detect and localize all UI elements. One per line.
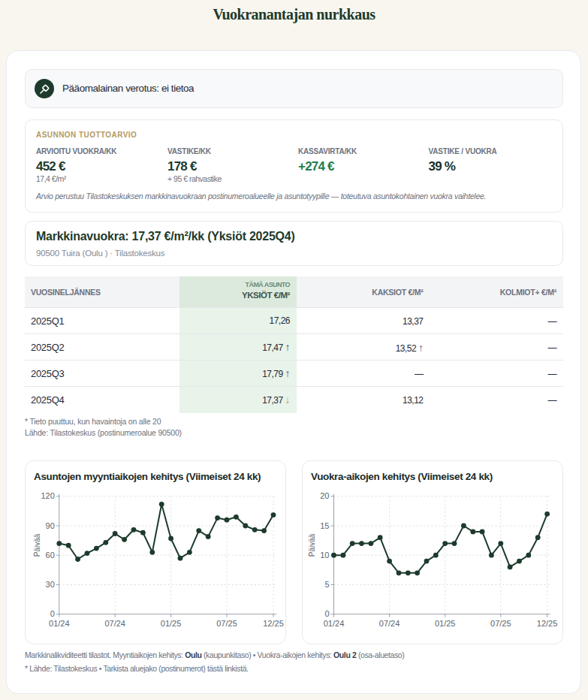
svg-text:12/25: 12/25	[263, 619, 284, 628]
svg-text:10: 10	[320, 551, 329, 560]
svg-text:20: 20	[320, 491, 329, 500]
svg-text:07/25: 07/25	[216, 619, 237, 628]
svg-text:15: 15	[320, 521, 329, 530]
svg-text:Päivää: Päivää	[309, 533, 317, 557]
svg-text:0: 0	[324, 609, 329, 618]
svg-text:30: 30	[46, 580, 55, 589]
svg-text:01/24: 01/24	[49, 619, 70, 628]
svg-text:Päivää: Päivää	[33, 533, 41, 557]
svg-text:60: 60	[46, 551, 55, 560]
svg-text:07/24: 07/24	[379, 619, 400, 628]
svg-text:5: 5	[324, 580, 329, 589]
svg-text:12/25: 12/25	[537, 619, 558, 628]
svg-text:07/24: 07/24	[104, 619, 125, 628]
svg-text:07/25: 07/25	[490, 619, 511, 628]
svg-text:0: 0	[50, 609, 55, 618]
svg-text:90: 90	[46, 521, 55, 530]
svg-text:01/24: 01/24	[324, 619, 345, 628]
svg-text:01/25: 01/25	[435, 619, 456, 628]
svg-text:120: 120	[41, 491, 54, 500]
svg-text:01/25: 01/25	[161, 619, 182, 628]
